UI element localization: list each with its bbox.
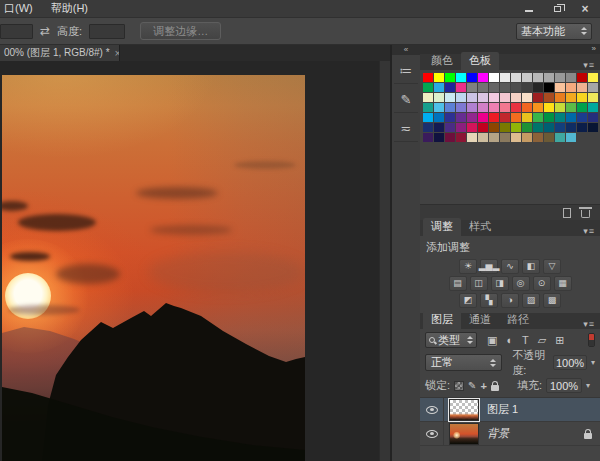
height-field[interactable] bbox=[89, 24, 125, 39]
swatch[interactable] bbox=[577, 123, 587, 132]
layer-type-filter-icon[interactable]: ▱ bbox=[538, 335, 546, 346]
swatch[interactable] bbox=[445, 103, 455, 112]
swatch[interactable] bbox=[533, 83, 543, 92]
swatch[interactable] bbox=[533, 93, 543, 102]
adjustment-icon[interactable]: ◩ bbox=[459, 293, 477, 308]
tab-color[interactable]: 颜色 bbox=[423, 52, 461, 70]
swatch[interactable] bbox=[489, 123, 499, 132]
adjustment-icon[interactable]: ☀ bbox=[459, 259, 477, 274]
swatch[interactable] bbox=[478, 93, 488, 102]
swatch[interactable] bbox=[467, 113, 477, 122]
swatch[interactable] bbox=[566, 123, 576, 132]
swatch[interactable] bbox=[478, 103, 488, 112]
document-tab[interactable]: 00% (图层 1, RGB/8#) * × bbox=[0, 45, 120, 61]
swatch[interactable] bbox=[566, 113, 576, 122]
swatch[interactable] bbox=[511, 113, 521, 122]
minimize-button[interactable] bbox=[522, 3, 536, 15]
adjustment-icon[interactable]: ⊙ bbox=[533, 276, 551, 291]
swatch[interactable] bbox=[445, 83, 455, 92]
adjustment-icon[interactable]: ▽ bbox=[543, 259, 561, 274]
swatch[interactable] bbox=[500, 93, 510, 102]
swatch[interactable] bbox=[500, 73, 510, 82]
lock-transparent-pixels-icon[interactable] bbox=[454, 381, 464, 391]
swatch[interactable] bbox=[423, 103, 433, 112]
blend-mode-dropdown[interactable]: 正常 bbox=[425, 354, 502, 371]
swatch[interactable] bbox=[511, 93, 521, 102]
adjustment-icon[interactable]: ▂▅▂ bbox=[480, 259, 498, 274]
swatch[interactable] bbox=[467, 83, 477, 92]
swatch[interactable] bbox=[577, 73, 587, 82]
swatch[interactable] bbox=[478, 83, 488, 92]
document-tab-close-icon[interactable]: × bbox=[115, 47, 120, 59]
filter-kind-dropdown[interactable]: 类型 bbox=[425, 332, 477, 348]
swatch[interactable] bbox=[588, 93, 598, 102]
tab-swatches[interactable]: 色板 bbox=[461, 52, 499, 70]
new-swatch-icon[interactable] bbox=[563, 208, 571, 218]
swatch[interactable] bbox=[445, 93, 455, 102]
swatch[interactable] bbox=[500, 133, 510, 142]
swatch[interactable] bbox=[577, 113, 587, 122]
swatch[interactable] bbox=[489, 83, 499, 92]
swatch[interactable] bbox=[500, 83, 510, 92]
swap-width-height-icon[interactable]: ⇄ bbox=[40, 25, 50, 37]
swatch[interactable] bbox=[423, 133, 433, 142]
dock-expand-icon[interactable]: « bbox=[392, 45, 420, 55]
swatch[interactable] bbox=[445, 123, 455, 132]
swatch[interactable] bbox=[544, 93, 554, 102]
swatch[interactable] bbox=[489, 133, 499, 142]
swatch[interactable] bbox=[588, 113, 598, 122]
swatch[interactable] bbox=[467, 123, 477, 132]
swatch[interactable] bbox=[478, 73, 488, 82]
swatch[interactable] bbox=[467, 73, 477, 82]
adjustment-icon[interactable]: ◨ bbox=[491, 276, 509, 291]
swatch[interactable] bbox=[522, 83, 532, 92]
layer-type-filter-icon[interactable]: ◐ bbox=[506, 335, 513, 346]
swatch[interactable] bbox=[555, 133, 565, 142]
swatch[interactable] bbox=[544, 73, 554, 82]
visibility-cell[interactable] bbox=[420, 422, 444, 445]
swatch[interactable] bbox=[555, 123, 565, 132]
swatch[interactable] bbox=[489, 113, 499, 122]
swatch[interactable] bbox=[555, 73, 565, 82]
swatch[interactable] bbox=[456, 123, 466, 132]
adjustment-icon[interactable]: ▨ bbox=[522, 293, 540, 308]
swatch[interactable] bbox=[588, 103, 598, 112]
swatch[interactable] bbox=[467, 93, 477, 102]
swatch[interactable] bbox=[511, 133, 521, 142]
swatch[interactable] bbox=[555, 103, 565, 112]
swatch[interactable] bbox=[489, 93, 499, 102]
swatch[interactable] bbox=[434, 93, 444, 102]
swatch[interactable] bbox=[445, 113, 455, 122]
swatch[interactable] bbox=[533, 123, 543, 132]
swatch[interactable] bbox=[522, 73, 532, 82]
layer-thumbnail[interactable] bbox=[449, 399, 479, 421]
adjustment-icon[interactable]: ▩ bbox=[543, 293, 561, 308]
swatch[interactable] bbox=[533, 103, 543, 112]
swatch[interactable] bbox=[500, 113, 510, 122]
swatch[interactable] bbox=[566, 83, 576, 92]
swatch[interactable] bbox=[544, 113, 554, 122]
panel-menu-icon[interactable]: ▾≡ bbox=[578, 319, 600, 329]
swatch[interactable] bbox=[566, 93, 576, 102]
lock-position-icon[interactable]: + bbox=[480, 380, 486, 392]
swatch[interactable] bbox=[456, 133, 466, 142]
swatch[interactable] bbox=[577, 83, 587, 92]
layer-name[interactable]: 图层 1 bbox=[487, 402, 518, 417]
workspace-switcher[interactable]: 基本功能 bbox=[516, 23, 592, 40]
swatch[interactable] bbox=[456, 73, 466, 82]
adjustment-icon[interactable]: ▤ bbox=[449, 276, 467, 291]
swatch[interactable] bbox=[511, 73, 521, 82]
swatch[interactable] bbox=[467, 103, 477, 112]
swatch[interactable] bbox=[456, 103, 466, 112]
swatch[interactable] bbox=[522, 133, 532, 142]
swatch[interactable] bbox=[423, 123, 433, 132]
opacity-caret-icon[interactable]: ▾ bbox=[591, 358, 595, 367]
swatch[interactable] bbox=[544, 123, 554, 132]
dock-panel-button[interactable]: ✎ bbox=[394, 87, 418, 113]
adjustment-icon[interactable]: ▚ bbox=[480, 293, 498, 308]
swatch[interactable] bbox=[555, 113, 565, 122]
lock-image-pixels-icon[interactable]: ✎ bbox=[468, 381, 476, 391]
swatch[interactable] bbox=[522, 123, 532, 132]
canvas-image[interactable] bbox=[2, 75, 305, 461]
width-field[interactable] bbox=[0, 24, 33, 39]
